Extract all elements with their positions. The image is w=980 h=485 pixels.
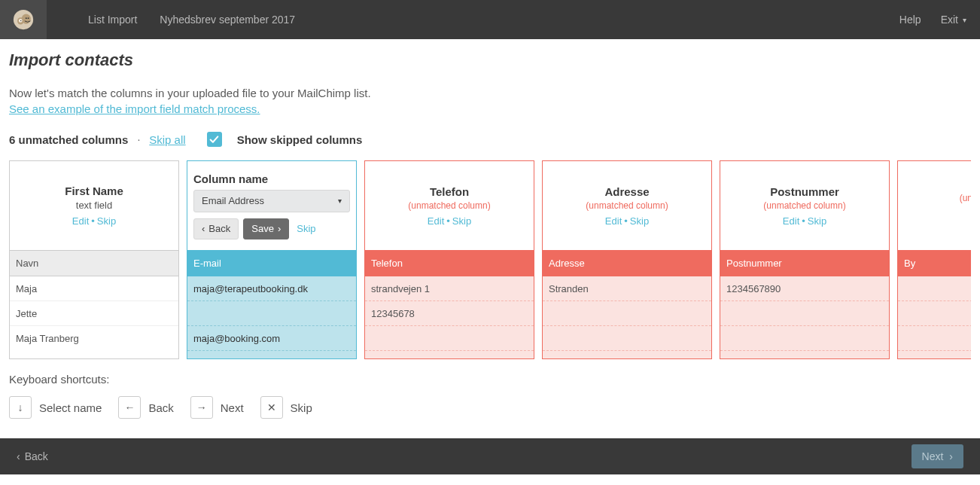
unmatched-label: (unmatched column) — [408, 200, 490, 211]
column-data: maja@terapeutbooking.dk maja@booking.com — [187, 276, 357, 359]
topbar-help[interactable]: Help — [899, 14, 921, 26]
unmatched-label: (unmatched column) — [763, 200, 845, 211]
column-header: First Name text field Edit•Skip — [9, 160, 179, 251]
unmatched-label: (unmat — [960, 193, 971, 203]
key-right-icon: → — [190, 396, 213, 419]
column-data — [897, 276, 971, 359]
column-name: First Name — [65, 185, 123, 197]
table-row — [720, 326, 889, 351]
chevron-right-icon: › — [949, 450, 953, 462]
table-row: Stranden — [543, 276, 711, 301]
column-title-row: Postnummer — [720, 251, 890, 276]
column-active: Column name Email Address ▾ ‹ Back Save … — [187, 160, 357, 359]
show-skipped-label: Show skipped columns — [237, 133, 363, 146]
skip-link[interactable]: Skip — [452, 215, 471, 227]
table-row — [898, 326, 971, 351]
table-row: 12345678 — [365, 301, 534, 326]
table-row: strandvejen 1 — [365, 276, 534, 301]
topbar-list-import[interactable]: List Import — [88, 14, 137, 26]
topbar: List Import Nyhedsbrev september 2017 He… — [0, 0, 980, 39]
column-title-row: Adresse — [542, 251, 712, 276]
svg-point-5 — [26, 17, 27, 19]
table-row: maja@booking.com — [187, 326, 356, 351]
key-x-icon: ✕ — [260, 396, 283, 419]
column-data: Maja Jette Maja Tranberg — [9, 276, 179, 359]
chevron-down-icon: ▾ — [338, 197, 342, 205]
edit-link[interactable]: Edit — [783, 215, 799, 227]
edit-link[interactable]: Edit — [605, 215, 622, 227]
skip-all-link[interactable]: Skip all — [149, 133, 185, 146]
column-title-row: Telefon — [364, 251, 534, 276]
column-unmatched: Postnummer (unmatched column) Edit•Skip … — [720, 160, 890, 359]
mailchimp-icon — [12, 8, 35, 31]
skip-link[interactable]: Skip — [808, 215, 826, 227]
dropdown-value: Email Address — [202, 195, 264, 206]
table-row: Maja Tranberg — [10, 326, 178, 351]
back-button[interactable]: ‹ Back — [193, 218, 239, 239]
kbd-title: Keyboard shortcuts: — [9, 373, 971, 386]
field-type-dropdown[interactable]: Email Address ▾ — [193, 190, 350, 212]
column-name: Adresse — [604, 185, 649, 198]
table-row: Jette — [10, 301, 178, 326]
column-name: Telefon — [430, 185, 469, 198]
column-unmatched: Adresse (unmatched column) Edit•Skip Adr… — [542, 160, 712, 359]
chevron-left-icon: ‹ — [17, 450, 20, 462]
show-skipped-checkbox[interactable] — [207, 132, 222, 147]
column-title-row: Navn — [9, 251, 179, 276]
footer-back-button[interactable]: ‹ Back — [17, 450, 48, 462]
skip-link[interactable]: Skip — [297, 223, 315, 234]
table-row — [898, 276, 971, 301]
save-label: Save — [251, 223, 274, 234]
footer-next-button[interactable]: Next › — [912, 444, 963, 468]
table-row — [187, 301, 356, 326]
table-row — [720, 301, 889, 326]
page-subtitle: Now let's match the columns in your uplo… — [9, 87, 971, 99]
controls-row: 6 unmatched columns · Skip all Show skip… — [9, 132, 971, 147]
edit-link[interactable]: Edit — [428, 215, 444, 227]
column-header: Postnummer (unmatched column) Edit•Skip — [720, 160, 890, 251]
unmatched-label: (unmatched column) — [586, 200, 668, 211]
columns-wrap: First Name text field Edit•Skip Navn Maj… — [9, 160, 971, 359]
table-row: Maja — [10, 276, 178, 301]
back-label: Back — [208, 223, 230, 234]
topbar-exit-label: Exit — [941, 14, 958, 26]
footer-back-label: Back — [25, 450, 48, 462]
column-name: Postnummer — [770, 185, 839, 198]
column-data: strandvejen 1 12345678 — [364, 276, 534, 359]
check-icon — [209, 135, 219, 145]
topbar-exit[interactable]: Exit ▾ — [941, 14, 966, 26]
table-row: 1234567890 — [720, 276, 889, 301]
column-type: text field — [76, 200, 112, 211]
kbd-select-label: Select name — [39, 401, 102, 414]
example-link[interactable]: See an example of the import field match… — [9, 102, 260, 115]
column-title-row: E-mail — [187, 251, 357, 276]
brand-logo[interactable] — [0, 0, 47, 39]
column-data: Stranden — [542, 276, 712, 359]
table-row — [898, 301, 971, 326]
dot-sep: · — [137, 133, 140, 145]
skip-link[interactable]: Skip — [630, 215, 649, 227]
column-unmatched: Telefon (unmatched column) Edit•Skip Tel… — [364, 160, 534, 359]
column-header: Adresse (unmatched column) Edit•Skip — [542, 160, 712, 251]
column-header: Telefon (unmatched column) Edit•Skip — [364, 160, 534, 251]
chevron-right-icon: › — [278, 223, 281, 234]
chevron-down-icon: ▾ — [963, 16, 966, 24]
column-name-label: Column name — [193, 172, 268, 185]
footer-bar: ‹ Back Next › — [0, 438, 980, 474]
table-row — [365, 326, 534, 351]
edit-link[interactable]: Edit — [72, 215, 89, 227]
column-data: 1234567890 — [720, 276, 890, 359]
page-title: Import contacts — [9, 50, 971, 70]
kbd-next-label: Next — [221, 401, 244, 414]
table-row: maja@terapeutbooking.dk — [187, 276, 356, 301]
skip-link[interactable]: Skip — [97, 215, 116, 227]
main-content: Import contacts Now let's match the colu… — [0, 39, 980, 428]
topbar-campaign[interactable]: Nyhedsbrev september 2017 — [160, 14, 295, 26]
keyboard-shortcuts: Keyboard shortcuts: ↓ Select name ← Back… — [9, 373, 971, 419]
key-left-icon: ← — [118, 396, 141, 419]
footer-next-label: Next — [922, 450, 944, 462]
save-button[interactable]: Save › — [243, 218, 289, 239]
table-row — [543, 301, 711, 326]
column-unmatched-cut: (unmat Edi By — [897, 160, 971, 359]
key-down-icon: ↓ — [9, 396, 32, 419]
